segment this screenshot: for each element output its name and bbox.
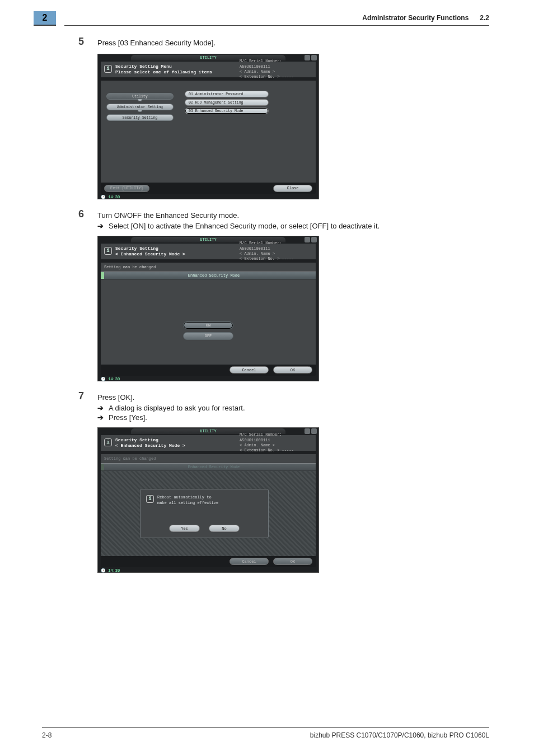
- dialog-line2: make all setting effective: [157, 501, 218, 505]
- content: 5 Press [03 Enhanced Security Mode]. UTI…: [78, 34, 489, 582]
- meta-ext: < Extension No. > -----: [240, 74, 294, 79]
- section-caption: Enhanced Security Mode: [185, 273, 243, 278]
- clock: 🕒 14:30: [101, 568, 120, 573]
- panel-footer: Cancel OK: [101, 556, 316, 567]
- off-button[interactable]: OFF: [183, 332, 233, 340]
- page-footer: 2-8 bizhub PRESS C1070/C1070P/C1060, biz…: [42, 727, 489, 739]
- screenshot-enhanced-security: UTILITY i Security Setting < Enhanced Se…: [97, 236, 319, 381]
- tab-label: UTILITY: [200, 429, 216, 433]
- cancel-button: Cancel: [229, 558, 269, 565]
- on-off-group: ON OFF: [183, 319, 233, 343]
- close-button[interactable]: Close: [273, 185, 312, 192]
- clock: 🕒 14:30: [101, 195, 120, 199]
- page-number: 2-8: [42, 731, 51, 739]
- dialog-text: Reboot automatically to make all setting…: [157, 495, 218, 506]
- meta-admin: < Admin. Name >: [240, 251, 275, 256]
- header-line2: Please select one of following items: [115, 69, 212, 74]
- status-note: Setting can be changed: [104, 265, 156, 269]
- arrow-icon: ➔: [97, 404, 109, 412]
- reboot-dialog: i Reboot automatically to make all setti…: [140, 489, 269, 538]
- sub-text: A dialog is displayed to ask you for res…: [109, 404, 489, 412]
- step-text: Turn ON/OFF the Enhanced Security mode.: [97, 211, 489, 220]
- panel-header: i Security Setting Menu Please select on…: [101, 62, 316, 77]
- info-icon: i: [104, 438, 112, 446]
- panel-body: Setting can be changed Enhanced Security…: [101, 454, 316, 561]
- no-button[interactable]: No: [209, 525, 240, 532]
- screenshot-reboot-dialog: UTILITY i Security Setting < Enhanced Se…: [97, 427, 319, 573]
- step-sub: ➔Select [ON] to activate the Enhanced Se…: [97, 222, 489, 230]
- header-text: Security Setting < Enhanced Security Mod…: [115, 246, 240, 257]
- tab-label: UTILITY: [200, 55, 216, 60]
- step-number: 7: [78, 390, 97, 402]
- time-value: 14:30: [108, 377, 120, 381]
- section-bar: Enhanced Security Mode: [101, 272, 316, 279]
- meta-admin: < Admin. Name >: [240, 443, 275, 447]
- cancel-button[interactable]: Cancel: [229, 366, 269, 374]
- header-line1: Security Setting: [115, 437, 158, 442]
- chevron-down-icon: [138, 99, 142, 101]
- info-icon: i: [146, 495, 154, 503]
- time-value: 14:30: [108, 568, 120, 573]
- header-meta: M/C Serial Number: A50U011000111 < Admin…: [240, 59, 312, 80]
- arrow-icon: ➔: [97, 222, 109, 230]
- panel-body: Setting can be changed Enhanced Security…: [101, 263, 316, 369]
- panel-footer: Exit [UTILITY] Close: [101, 183, 316, 194]
- crumb-label: Administrator Setting: [117, 105, 163, 109]
- clock: 🕒 14:30: [101, 377, 120, 381]
- sub-text: Select [ON] to activate the Enhanced Sec…: [109, 222, 489, 230]
- section-bar: Enhanced Security Mode: [101, 463, 316, 471]
- page-header: Administrator Security Functions 2.2: [64, 14, 489, 26]
- step-text: Press [03 Enhanced Security Mode].: [97, 39, 489, 47]
- step-5: 5 Press [03 Enhanced Security Mode].: [78, 36, 489, 49]
- step-text: Press [OK].: [97, 393, 489, 402]
- header-meta: M/C Serial Number: A50U011000111 < Admin…: [240, 432, 312, 454]
- arrow-icon: ➔: [97, 413, 109, 422]
- meta-ext: < Extension No. > -----: [240, 448, 294, 452]
- panel-header: i Security Setting < Enhanced Security M…: [101, 435, 316, 451]
- chevron-down-icon: [138, 110, 142, 112]
- crumb-label: Utility: [132, 95, 147, 99]
- ok-button[interactable]: OK: [273, 366, 312, 374]
- panel-body: Utility Administrator Setting Security S…: [101, 81, 316, 187]
- screenshot-security-menu: UTILITY i Security Setting Menu Please s…: [97, 54, 319, 199]
- menu-hdd-management[interactable]: 02 HDD Management Setting: [185, 99, 269, 106]
- meta-admin: < Admin. Name >: [240, 69, 275, 74]
- header-section: 2.2: [480, 14, 489, 22]
- header-text: Security Setting < Enhanced Security Mod…: [115, 437, 240, 449]
- header-line2: < Enhanced Security Mode >: [115, 443, 185, 448]
- info-icon: i: [104, 65, 112, 73]
- meta-serial: M/C Serial Number: A50U011000111: [240, 241, 282, 250]
- step-6: 6 Turn ON/OFF the Enhanced Security mode…: [78, 208, 489, 231]
- crumb-utility[interactable]: Utility: [106, 93, 174, 100]
- step-number: 5: [78, 36, 97, 48]
- step-7: 7 Press [OK]. ➔A dialog is displayed to …: [78, 390, 489, 423]
- header-title: Administrator Security Functions: [362, 14, 469, 22]
- section-caption: Enhanced Security Mode: [185, 465, 243, 469]
- menu-list: 01 Administrator Password 02 HDD Managem…: [185, 91, 269, 116]
- yes-button[interactable]: Yes: [169, 525, 200, 532]
- sub-text: Press [Yes].: [109, 413, 489, 422]
- ok-button: OK: [273, 558, 312, 565]
- breadcrumb: Utility Administrator Setting Security S…: [106, 93, 174, 122]
- header-text: Security Setting Menu Please select one …: [115, 64, 240, 75]
- meta-serial: M/C Serial Number: A50U011000111: [240, 432, 282, 442]
- meta-ext: < Extension No. > -----: [240, 256, 294, 261]
- menu-admin-password[interactable]: 01 Administrator Password: [185, 91, 269, 97]
- selection-marker-icon: [101, 464, 104, 470]
- dialog-line1: Reboot automatically to: [157, 495, 212, 500]
- step-sub: ➔A dialog is displayed to ask you for re…: [97, 404, 489, 412]
- crumb-admin-setting[interactable]: Administrator Setting: [106, 104, 174, 110]
- panel-header: i Security Setting < Enhanced Security M…: [101, 244, 316, 259]
- meta-serial: M/C Serial Number: A50U011000111: [240, 59, 282, 68]
- header-line1: Security Setting Menu: [115, 64, 172, 69]
- step-number: 6: [78, 208, 97, 220]
- menu-enhanced-security[interactable]: 03 Enhanced Security Mode: [185, 108, 269, 114]
- tab-label: UTILITY: [200, 237, 216, 242]
- crumb-label: Security Setting: [123, 116, 157, 120]
- crumb-security-setting[interactable]: Security Setting: [106, 114, 174, 121]
- step-sub: ➔Press [Yes].: [97, 413, 489, 422]
- time-value: 14:30: [108, 195, 120, 199]
- exit-utility-button[interactable]: Exit [UTILITY]: [104, 185, 149, 192]
- product-line: bizhub PRESS C1070/C1070P/C1060, bizhub …: [310, 731, 489, 739]
- on-button[interactable]: ON: [183, 321, 233, 329]
